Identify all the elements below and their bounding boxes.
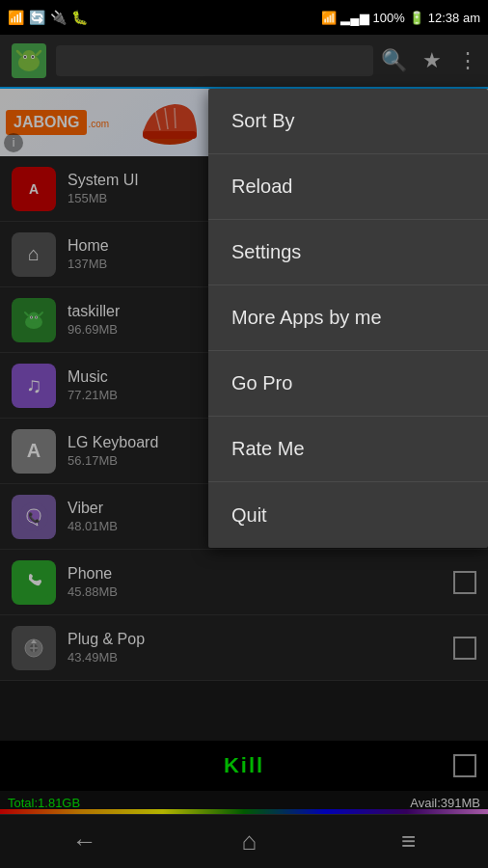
dropdown-item-quit[interactable]: Quit: [208, 482, 488, 548]
dropdown-item-moreapps[interactable]: More Apps by me: [208, 285, 488, 351]
dropdown-item-gopro[interactable]: Go Pro: [208, 351, 488, 417]
battery-icon: 🔋: [409, 11, 424, 25]
notification-icon-2: 🔄: [29, 10, 45, 25]
notification-icon-3: 🔌: [50, 10, 67, 25]
battery-percent: 100%: [373, 11, 405, 25]
notification-icon-1: 📶: [8, 10, 24, 25]
status-bar: 📶 🔄 🔌 🐛 📶 ▂▄▆ 100% 🔋 12:38 am: [0, 0, 488, 35]
status-left-icons: 📶 🔄 🔌 🐛: [8, 10, 88, 25]
time-display: 12:38 am: [428, 11, 480, 25]
dropdown-menu: Sort By Reload Settings More Apps by me …: [208, 89, 488, 548]
wifi-icon: 📶: [321, 11, 337, 25]
dropdown-item-reload[interactable]: Reload: [208, 154, 488, 220]
notification-icon-4: 🐛: [71, 10, 88, 25]
dropdown-item-rateme[interactable]: Rate Me: [208, 417, 488, 482]
signal-icon: ▂▄▆: [340, 11, 368, 25]
dropdown-item-sortby[interactable]: Sort By: [208, 89, 488, 154]
dropdown-item-settings[interactable]: Settings: [208, 220, 488, 285]
dropdown-overlay[interactable]: Sort By Reload Settings More Apps by me …: [0, 35, 488, 868]
status-right-icons: 📶 ▂▄▆ 100% 🔋 12:38 am: [321, 11, 480, 25]
